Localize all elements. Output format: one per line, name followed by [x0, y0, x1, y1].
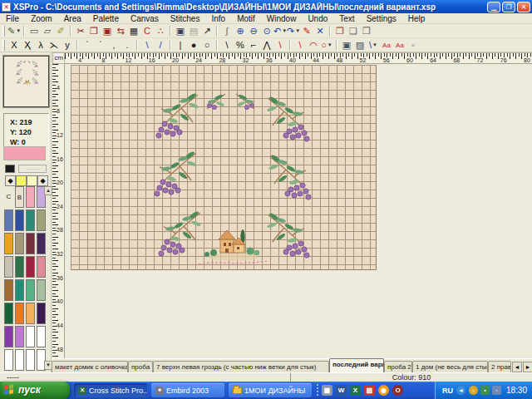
zoom-in-button[interactable]: ⊕ — [234, 25, 247, 37]
special-stitch-4-button[interactable]: ⋀ — [260, 39, 273, 52]
blend-left-button[interactable]: ◆ — [5, 175, 16, 186]
design-tab[interactable]: проба 2 — [384, 361, 412, 372]
tab-scroll-right[interactable]: ► — [523, 362, 532, 372]
backstitch-style-button[interactable]: \▼ — [367, 39, 380, 52]
text-large-button[interactable]: Aa — [393, 39, 406, 52]
full-stitch-button[interactable]: X — [7, 39, 21, 52]
doc-import-button[interactable]: ❐ — [333, 25, 347, 37]
palette-swatch[interactable] — [15, 349, 24, 371]
stitch-canvas[interactable] — [71, 65, 377, 270]
palette-options-button[interactable]: ········ — [18, 165, 47, 173]
text-small-button[interactable]: Aa — [380, 39, 393, 52]
half-stitch-left-button[interactable]: λ — [34, 39, 47, 52]
palette-swatch[interactable] — [4, 326, 13, 347]
special-stitch-5-button[interactable]: \ — [273, 39, 287, 52]
pointer-button[interactable]: ↗ — [200, 25, 214, 37]
palette-swatch[interactable] — [4, 233, 13, 254]
menu-settings[interactable]: Settings — [361, 13, 402, 24]
curve-stitch-1-button[interactable]: \ — [293, 39, 307, 52]
petite-stitch-2-button[interactable]: ´ — [94, 39, 107, 52]
palette-swatch[interactable] — [26, 303, 35, 324]
three-quarter-stitch-button[interactable]: Ҳ — [21, 39, 34, 52]
minimize-button[interactable]: ▁ — [487, 2, 500, 12]
menu-info[interactable]: Info — [205, 13, 231, 24]
palette-swatch[interactable] — [4, 256, 13, 278]
backstitch-left-button[interactable]: \ — [140, 39, 154, 52]
menu-undo[interactable]: Undo — [302, 13, 333, 24]
menu-zoom[interactable]: Zoom — [25, 13, 58, 24]
menu-help[interactable]: Help — [402, 13, 431, 24]
menu-canvas[interactable]: Canvas — [125, 13, 165, 24]
color-a-button[interactable] — [16, 175, 27, 186]
rect-select-button[interactable]: ▭ — [27, 25, 41, 37]
palette-swatch[interactable] — [4, 349, 13, 371]
doc-export-button[interactable]: ❒ — [360, 25, 373, 37]
start-button[interactable]: пуск — [0, 382, 70, 399]
close-button[interactable]: ✕ — [517, 2, 530, 12]
gold-app-icon[interactable]: ☼ — [469, 386, 478, 395]
taskbar-button[interactable]: 1МОИ ДИЗАЙНЫ — [229, 383, 312, 397]
palette-swatch[interactable] — [37, 279, 46, 301]
redo-button[interactable]: ↷▼ — [287, 25, 300, 37]
current-color-swatch[interactable] — [3, 146, 46, 160]
menu-motif[interactable]: Motif — [231, 13, 261, 24]
design-tab[interactable]: 7 верхн левая гроздь (с частью ниж ветки… — [153, 361, 329, 372]
palette-swatch[interactable] — [37, 303, 46, 324]
cut-button[interactable]: ✂ — [74, 25, 87, 37]
special-stitch-3-button[interactable]: ⌐ — [247, 39, 260, 52]
menu-palette[interactable]: Palette — [87, 13, 125, 24]
antivirus-icon[interactable]: ▪ — [480, 386, 490, 395]
blend-right-button[interactable]: ◆ — [37, 175, 48, 186]
doc-new-button[interactable]: ❏ — [347, 25, 360, 37]
calculator-icon[interactable]: ▦ — [322, 385, 332, 396]
taskbar-button[interactable]: ✦Embird 2003 — [151, 383, 224, 397]
palette-swatch[interactable] — [26, 349, 35, 371]
delete-button[interactable]: ✕ — [313, 25, 327, 37]
menu-stitches[interactable]: Stitches — [165, 13, 206, 24]
pattern-fill-button[interactable]: ▦ — [127, 25, 140, 37]
edit-pen-button[interactable]: ✎ — [300, 25, 313, 37]
print-button[interactable]: ▤ — [187, 25, 200, 37]
transform-points-button[interactable]: ∴ — [154, 25, 167, 37]
palette-swatch[interactable] — [26, 186, 35, 208]
petite-stitch-3-button[interactable]: , — [107, 39, 121, 52]
black-color-swatch[interactable] — [5, 165, 15, 173]
motif-1-button[interactable]: ▣ — [340, 39, 353, 52]
design-tab[interactable]: проба — [128, 361, 153, 372]
design-tab[interactable]: последний вариант — [329, 358, 384, 372]
preview-screen-button[interactable]: ▣ — [174, 25, 187, 37]
taskbar-button[interactable]: ✕Cross Stitch Pro... — [74, 383, 147, 397]
motif-2-button[interactable]: ▨ — [353, 39, 367, 52]
menu-area[interactable]: Area — [58, 13, 87, 24]
opera-icon[interactable]: O — [392, 385, 403, 396]
menu-file[interactable]: File — [0, 13, 25, 24]
menu-text[interactable]: Text — [333, 13, 360, 24]
palette-swatch[interactable] — [4, 209, 13, 231]
half-stitch-right-button[interactable]: ⋋ — [47, 39, 61, 52]
special-stitch-2-button[interactable]: % — [234, 39, 247, 52]
mirror-button[interactable]: ⇆ — [114, 25, 127, 37]
design-tab[interactable]: макет домик с оливочками — [52, 361, 128, 372]
network-icon[interactable]: ▫ — [492, 386, 501, 395]
palette-swatch[interactable] — [26, 279, 35, 301]
palette-swatch[interactable] — [26, 209, 35, 231]
palette-swatch[interactable] — [15, 233, 24, 254]
paint-icon[interactable]: ▨ — [364, 385, 375, 396]
hide-icons-chevron[interactable]: ◄ — [456, 386, 466, 395]
straight-stitch-button[interactable]: | — [174, 39, 187, 52]
polygon-select-button[interactable]: ▱ — [41, 25, 54, 37]
excel-icon[interactable]: X — [350, 385, 361, 396]
language-indicator[interactable]: RU — [442, 387, 453, 395]
palette-swatch[interactable] — [37, 233, 46, 254]
rotate-button[interactable]: C — [140, 25, 154, 37]
dotted-select-button[interactable]: ▫ — [406, 39, 420, 52]
palette-swatch[interactable] — [4, 279, 13, 301]
special-stitch-1-button[interactable]: \ — [220, 39, 234, 52]
copy-button[interactable]: ❐ — [87, 25, 101, 37]
draw-tool-button[interactable]: ✎▼ — [7, 25, 21, 37]
design-tab[interactable]: 1 дом (не весь для стыковки) — [412, 361, 488, 372]
french-knot-open-button[interactable]: ○ — [200, 39, 214, 52]
palette-swatch[interactable] — [15, 209, 24, 231]
zoom-area-button[interactable]: ⊙ — [260, 25, 273, 37]
palette-scroll-up[interactable]: ▲ — [44, 186, 52, 195]
